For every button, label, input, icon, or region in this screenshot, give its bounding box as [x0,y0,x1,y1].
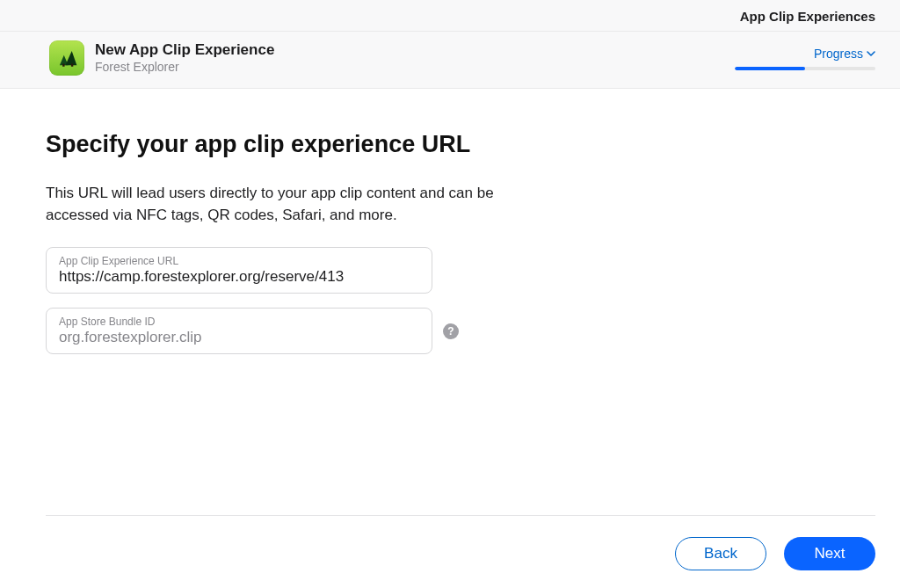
help-icon[interactable]: ? [443,323,459,339]
app-meta: New App Clip Experience Forest Explorer [95,41,735,76]
url-field-row: App Clip Experience URL [46,247,854,294]
footer: Back Next [46,515,875,570]
next-button[interactable]: Next [784,537,875,570]
progress-area: Progress [735,46,875,70]
url-field-label: App Clip Experience URL [59,255,419,267]
section-description: This URL will lead users directly to you… [46,183,538,226]
footer-divider [46,515,875,516]
bundle-id-field-label: App Store Bundle ID [59,316,419,328]
section-heading: Specify your app clip experience URL [46,131,854,158]
header-row: New App Clip Experience Forest Explorer … [0,31,900,88]
app-clip-url-input[interactable] [59,268,419,286]
progress-toggle[interactable]: Progress [814,47,875,61]
svg-marker-1 [65,51,76,65]
forest-app-icon [55,47,78,69]
app-subtitle: Forest Explorer [95,59,735,75]
chevron-down-icon [867,49,875,58]
bundle-id-field-container: App Store Bundle ID [46,308,432,354]
url-field-container: App Clip Experience URL [46,247,432,294]
back-button[interactable]: Back [675,537,766,570]
bundle-id-input [59,329,419,346]
svg-rect-3 [71,64,73,67]
footer-buttons: Back Next [46,537,875,570]
svg-rect-2 [62,64,64,67]
bundle-id-field-row: App Store Bundle ID ? [46,308,854,354]
breadcrumb[interactable]: App Clip Experiences [740,9,875,24]
top-bar: App Clip Experiences New App Clip Experi… [0,0,900,89]
progress-bar-fill [735,67,805,70]
page-title: New App Clip Experience [95,41,735,59]
progress-label: Progress [814,47,863,61]
main-content: Specify your app clip experience URL Thi… [0,89,900,386]
app-icon [49,40,84,76]
breadcrumb-row: App Clip Experiences [0,0,900,31]
progress-bar [735,67,875,70]
